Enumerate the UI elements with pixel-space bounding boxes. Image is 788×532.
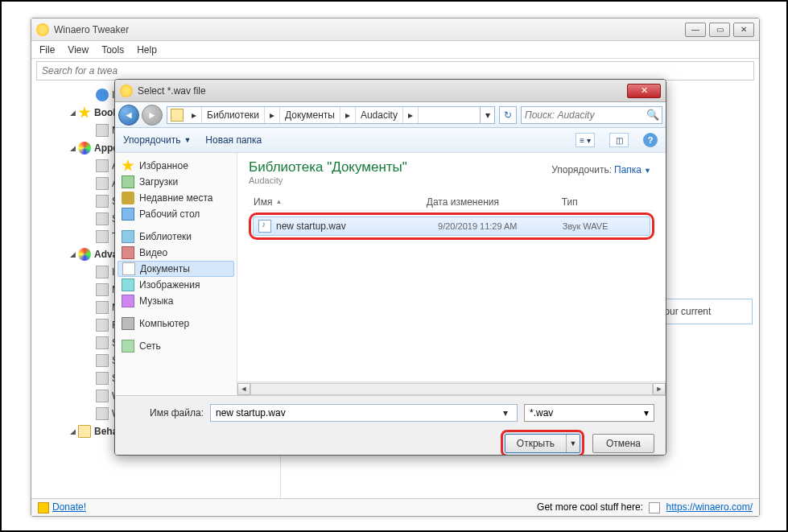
col-date[interactable]: Дата изменения [422, 196, 557, 208]
main-search-box[interactable] [36, 61, 754, 80]
main-search-input[interactable] [42, 65, 749, 76]
sidebar-item[interactable]: Видео [115, 245, 237, 261]
sidebar-item[interactable]: Компьютер [115, 315, 237, 332]
main-titlebar: Winaero Tweaker — ▭ ✕ [31, 19, 759, 41]
menu-help[interactable]: Help [137, 44, 157, 56]
open-button[interactable]: Открыть ▼ [505, 434, 580, 453]
window-buttons: — ▭ ✕ [685, 23, 754, 37]
highlight-annotation: new startup.wav 9/20/2019 11:29 AM Звук … [249, 212, 654, 240]
menu-file[interactable]: File [39, 44, 55, 56]
filename-row: Имя файла: ▾ *.wav ▾ [126, 404, 654, 422]
filename-combobox[interactable]: ▾ [210, 404, 518, 422]
sidebar-item[interactable]: Сеть [115, 338, 237, 354]
col-name[interactable]: Имя▲ [249, 196, 422, 208]
dialog-toolbar: Упорядочить ▼ Новая папка ≡ ▾ ◫ ? [115, 128, 666, 153]
new-folder-button[interactable]: Новая папка [205, 134, 262, 146]
crumb-root[interactable]: ▸ [187, 107, 202, 123]
crumb-dropdown[interactable]: ▾ [480, 106, 494, 124]
dialog-bottom: Имя файла: ▾ *.wav ▾ Открыть ▼ Отмена [115, 395, 666, 455]
filter-dropdown-icon: ▾ [644, 407, 649, 419]
close-button[interactable]: ✕ [733, 23, 754, 37]
nav-back-button[interactable]: ◄ [118, 105, 139, 126]
dialog-buttons: Открыть ▼ Отмена [126, 430, 654, 456]
preview-pane-button[interactable]: ◫ [609, 133, 629, 147]
crumb-3[interactable]: Audacity [356, 107, 403, 123]
main-menu: File View Tools Help [31, 41, 759, 59]
column-headers[interactable]: Имя▲ Дата изменения Тип [249, 193, 654, 211]
wav-file-icon [258, 220, 271, 233]
filetype-filter[interactable]: *.wav ▾ [524, 404, 654, 422]
file-row[interactable]: new startup.wav 9/20/2019 11:29 AM Звук … [253, 217, 650, 236]
dialog-title: Select *.wav file [138, 85, 627, 97]
filename-dropdown-icon[interactable]: ▾ [499, 407, 512, 419]
col-type[interactable]: Тип [557, 196, 654, 208]
sidebar-item[interactable]: Недавние места [115, 190, 237, 206]
dialog-nav: ◄ ► ▸ Библиотеки▸ Документы▸ Audacity▸ ▾… [115, 102, 666, 128]
help-icon[interactable]: ? [643, 133, 658, 147]
sidebar-item[interactable]: Загрузки [115, 174, 237, 190]
scroll-track[interactable] [250, 383, 653, 395]
filename-label: Имя файла: [126, 407, 204, 419]
dialog-main: ИзбранноеЗагрузкиНедавние местаРабочий с… [115, 153, 666, 395]
status-bar: Donate! Get more cool stuff here: https:… [31, 498, 759, 516]
dialog-search-box[interactable]: 🔍 [521, 106, 662, 124]
organize-button[interactable]: Упорядочить ▼ [123, 134, 191, 146]
site-icon [649, 502, 660, 513]
dialog-titlebar: Select *.wav file ✕ [115, 80, 666, 102]
donate-icon [38, 502, 49, 513]
menu-tools[interactable]: Tools [101, 44, 124, 56]
view-mode-button[interactable]: ≡ ▾ [576, 133, 595, 147]
sidebar-item[interactable]: Рабочий стол [115, 206, 237, 222]
horizontal-scrollbar[interactable]: ◄ ► [237, 381, 666, 395]
dialog-sidebar[interactable]: ИзбранноеЗагрузкиНедавние местаРабочий с… [115, 153, 237, 395]
nav-forward-button[interactable]: ► [142, 105, 163, 126]
sidebar-item[interactable]: Музыка [115, 293, 237, 309]
menu-view[interactable]: View [68, 44, 89, 56]
scroll-right-icon[interactable]: ► [653, 383, 666, 395]
file-list-pane: Библиотека "Документы" Audacity Упорядоч… [237, 153, 666, 395]
status-right: Get more cool stuff here: https://winaer… [537, 501, 753, 513]
minimize-button[interactable]: — [685, 23, 706, 37]
folder-icon [171, 109, 184, 122]
sidebar-item[interactable]: Документы [118, 261, 234, 277]
sidebar-item[interactable]: Библиотеки [115, 229, 237, 245]
crumb-1[interactable]: Библиотеки [202, 107, 265, 123]
library-subtitle: Audacity [249, 175, 654, 185]
filename-input[interactable] [216, 407, 499, 419]
main-title: Winaero Tweaker [54, 24, 685, 35]
scroll-left-icon[interactable]: ◄ [237, 383, 250, 395]
file-type: Звук WAVE [563, 221, 650, 231]
file-name: new startup.wav [276, 221, 438, 232]
maximize-button[interactable]: ▭ [709, 23, 730, 37]
refresh-button[interactable]: ↻ [499, 106, 517, 124]
donate-link[interactable]: Donate! [38, 501, 86, 513]
file-dialog: Select *.wav file ✕ ◄ ► ▸ Библиотеки▸ До… [114, 79, 666, 456]
site-link[interactable]: https://winaero.com/ [666, 501, 753, 513]
highlight-annotation-2: Открыть ▼ [501, 430, 584, 456]
app-logo-icon [36, 23, 49, 36]
arrange-by[interactable]: Упорядочить: Папка ▼ [551, 164, 651, 175]
file-date: 9/20/2019 11:29 AM [438, 221, 563, 231]
sidebar-item[interactable]: Избранное [115, 158, 237, 174]
breadcrumb-bar[interactable]: ▸ Библиотеки▸ Документы▸ Audacity▸ ▾ [167, 106, 495, 124]
dialog-close-button[interactable]: ✕ [627, 84, 661, 98]
search-icon: 🔍 [646, 109, 659, 121]
open-dropdown-icon[interactable]: ▼ [567, 439, 580, 447]
dialog-logo-icon [120, 85, 133, 97]
crumb-2[interactable]: Документы [280, 107, 340, 123]
cancel-button[interactable]: Отмена [592, 434, 654, 453]
dialog-search-input[interactable] [525, 109, 646, 121]
sidebar-item[interactable]: Изображения [115, 277, 237, 293]
